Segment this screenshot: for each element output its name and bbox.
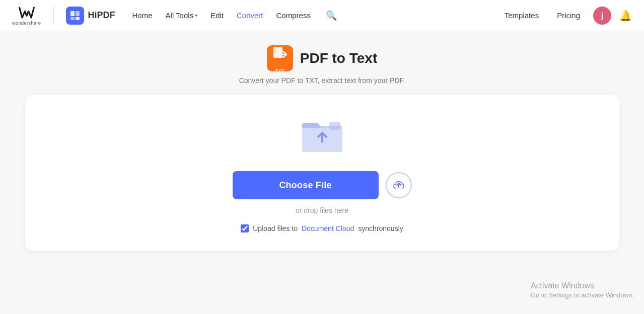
header-right: Templates Pricing j 🔔	[499, 7, 632, 25]
nav-home[interactable]: Home	[127, 8, 158, 23]
nav-edit[interactable]: Edit	[205, 8, 229, 23]
document-cloud-link[interactable]: Document Cloud	[302, 224, 354, 232]
svg-rect-3	[76, 17, 80, 20]
page-title-area: TXT PDF to Text Convert your PDF to TXT,…	[239, 45, 405, 85]
activate-windows-title: Activate Windows	[531, 281, 634, 290]
activate-windows-subtitle: Go to Settings to activate Windows.	[531, 291, 634, 299]
svg-rect-2	[70, 17, 75, 20]
main-content: TXT PDF to Text Convert your PDF to TXT,…	[0, 31, 644, 251]
page-title: PDF to Text	[300, 50, 377, 66]
logo-divider	[53, 7, 54, 25]
nav-compress[interactable]: Compress	[271, 8, 316, 23]
icon-label: TXT	[275, 68, 285, 73]
svg-rect-1	[76, 11, 80, 16]
nav-pricing[interactable]: Pricing	[552, 8, 585, 23]
user-avatar[interactable]: j	[593, 7, 611, 25]
buttons-row: Choose File	[233, 171, 412, 199]
ws-icon	[18, 6, 36, 21]
nav-convert[interactable]: Convert	[232, 8, 268, 23]
svg-rect-8	[329, 122, 340, 130]
cloud-upload-button[interactable]	[386, 172, 412, 198]
drop-hint: or drop files here	[296, 206, 348, 214]
choose-file-button[interactable]: Choose File	[233, 171, 379, 199]
hipdf-logo[interactable]: HiPDF	[66, 7, 115, 25]
page-subtitle: Convert your PDF to TXT, extract text fr…	[239, 76, 405, 85]
checkbox-label-after: synchronously	[358, 224, 403, 232]
arrow-icon	[273, 46, 287, 59]
checkbox-row: Upload files to Document Cloud synchrono…	[241, 224, 403, 232]
search-icon[interactable]: 🔍	[323, 7, 340, 24]
header-left: wondershare HiPDF	[12, 6, 115, 26]
bell-icon[interactable]: 🔔	[619, 10, 632, 22]
wondershare-logo[interactable]: wondershare	[12, 6, 41, 26]
pdf-to-txt-icon: TXT	[267, 45, 293, 71]
all-tools-chevron-icon: ▾	[195, 13, 197, 18]
ws-text: wondershare	[12, 21, 41, 26]
upload-sync-checkbox[interactable]	[241, 224, 249, 232]
hipdf-icon	[66, 7, 84, 25]
nav-all-tools[interactable]: All Tools ▾	[161, 8, 203, 23]
hipdf-svg	[69, 10, 81, 22]
main-header: wondershare HiPDF Home All Tools ▾ Edit …	[0, 0, 644, 31]
main-nav: Home All Tools ▾ Edit Convert Compress 🔍	[127, 7, 340, 24]
activate-windows-watermark: Activate Windows Go to Settings to activ…	[531, 281, 634, 299]
cloud-upload-icon	[393, 180, 404, 190]
folder-upload-icon	[297, 115, 347, 157]
hipdf-label: HiPDF	[88, 10, 115, 21]
svg-rect-0	[70, 11, 75, 16]
nav-templates[interactable]: Templates	[499, 8, 544, 23]
upload-card: Choose File or drop files here Upload fi…	[25, 95, 619, 251]
title-row: TXT PDF to Text	[267, 45, 377, 71]
checkbox-label-before: Upload files to	[253, 224, 298, 232]
svg-rect-4	[273, 47, 282, 58]
